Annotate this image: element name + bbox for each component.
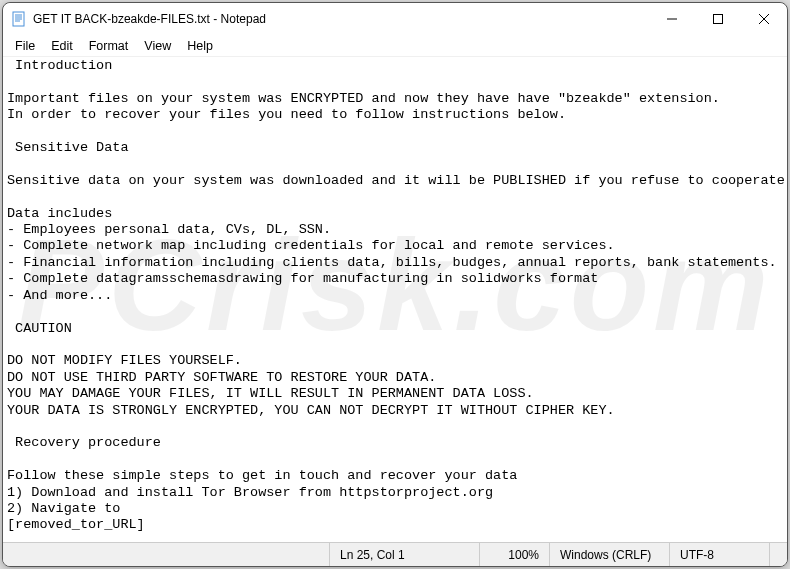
menu-edit[interactable]: Edit [43, 35, 81, 56]
status-empty [3, 543, 329, 566]
menu-help[interactable]: Help [179, 35, 221, 56]
status-eol: Windows (CRLF) [549, 543, 669, 566]
status-linecol: Ln 25, Col 1 [329, 543, 479, 566]
status-zoom: 100% [479, 543, 549, 566]
maximize-button[interactable] [695, 3, 741, 35]
titlebar: GET IT BACK-bzeakde-FILES.txt - Notepad [3, 3, 787, 35]
menu-file[interactable]: File [7, 35, 43, 56]
menu-view[interactable]: View [136, 35, 179, 56]
close-button[interactable] [741, 3, 787, 35]
minimize-button[interactable] [649, 3, 695, 35]
statusbar: Ln 25, Col 1 100% Windows (CRLF) UTF-8 [3, 542, 787, 566]
notepad-window: PCrisk.com GET IT BACK-bzeakde-FILES.txt… [2, 2, 788, 567]
menubar: File Edit Format View Help [3, 35, 787, 57]
resize-grip[interactable] [769, 543, 787, 566]
svg-rect-6 [714, 15, 723, 24]
window-title: GET IT BACK-bzeakde-FILES.txt - Notepad [33, 12, 649, 26]
text-content[interactable]: Introduction Important files on your sys… [3, 57, 787, 542]
notepad-icon [11, 11, 27, 27]
menu-format[interactable]: Format [81, 35, 137, 56]
status-encoding: UTF-8 [669, 543, 769, 566]
window-controls [649, 3, 787, 35]
